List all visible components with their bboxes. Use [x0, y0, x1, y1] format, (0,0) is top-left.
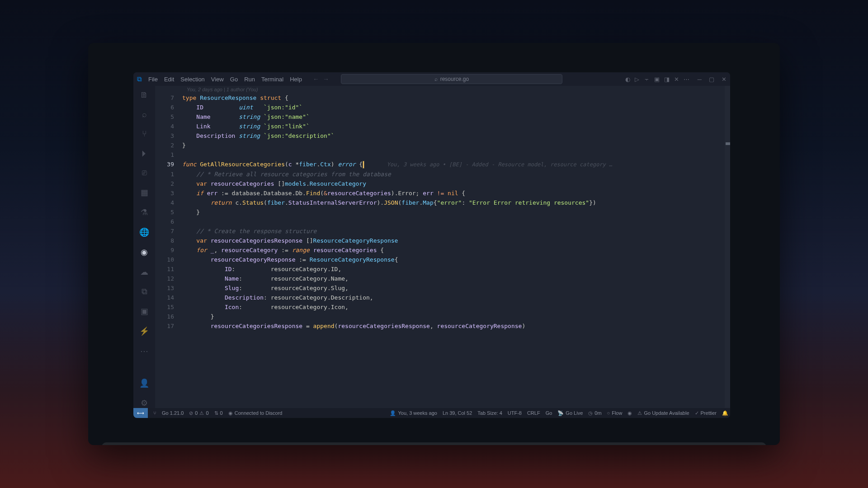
extensions-icon[interactable]: ▦: [141, 188, 148, 197]
graph-icon[interactable]: ⧉: [142, 287, 147, 296]
copilot-icon[interactable]: ◉: [141, 247, 148, 257]
more-icon[interactable]: ⋯: [684, 76, 689, 83]
globe-icon[interactable]: 🌐: [139, 227, 149, 237]
line-number: 39: [155, 160, 182, 169]
close-icon[interactable]: ✕: [722, 76, 726, 83]
testing-icon[interactable]: ⚗: [141, 207, 148, 217]
line-number: 11: [155, 264, 182, 274]
code-line[interactable]: 17 resourceCategoriesResponse = append(r…: [155, 321, 730, 331]
bolt-icon[interactable]: ⚡: [139, 326, 149, 336]
line-number: 16: [155, 312, 182, 321]
code-line[interactable]: 16 }: [155, 312, 730, 321]
menu-edit[interactable]: Edit: [164, 76, 174, 83]
cloud-icon[interactable]: ☁: [140, 267, 148, 277]
code-line[interactable]: 3 if err := database.Database.Db.Find(&r…: [155, 188, 730, 198]
minimize-icon[interactable]: ─: [698, 76, 702, 83]
debug-icon[interactable]: ⏵: [140, 149, 148, 158]
settings-icon[interactable]: ⚙: [141, 398, 148, 408]
code-line[interactable]: 9 for _, resourceCategory := range resou…: [155, 245, 730, 255]
code-line[interactable]: 39func GetAllResourceCategories(c *fiber…: [155, 160, 730, 169]
toggle-icon[interactable]: ◐: [625, 76, 630, 83]
code-line[interactable]: 2}: [155, 141, 730, 150]
explorer-icon[interactable]: 🗎: [140, 90, 148, 100]
go-update[interactable]: ⚠Go Update Available: [637, 410, 689, 416]
code-area[interactable]: 7type ResourceResponse struct {6 ID uint…: [155, 93, 730, 408]
stack-shadow-1: [102, 442, 766, 445]
forward-icon[interactable]: →: [323, 75, 329, 83]
encoding[interactable]: UTF-8: [508, 410, 522, 416]
code-line[interactable]: 11 ID: resourceCategory.ID,: [155, 264, 730, 274]
layout-icon[interactable]: ◨: [664, 76, 670, 83]
code-line[interactable]: 13 Slug: resourceCategory.Slug,: [155, 283, 730, 293]
close-panel-icon[interactable]: ✕: [674, 76, 679, 83]
account-icon[interactable]: 👤: [139, 378, 149, 388]
panel-icon[interactable]: ▣: [654, 76, 660, 83]
line-number: 10: [155, 255, 182, 264]
code-line[interactable]: 1: [155, 150, 730, 160]
line-number: 6: [155, 217, 182, 226]
workbench-body: 🗎 ⌕ ⑂ ⏵ ⎚ ▦ ⚗ 🌐 ◉ ☁ ⧉ ▣ ⚡ ⋯ 👤 ⚙ You, 2 d…: [133, 86, 730, 408]
code-line[interactable]: 10 resourceCategoryResponse := ResourceC…: [155, 255, 730, 264]
problems[interactable]: ⊘0 ⚠0: [189, 410, 208, 416]
menu-help[interactable]: Help: [290, 76, 302, 83]
code-line[interactable]: 3 Description string `json:"description"…: [155, 131, 730, 141]
code-line[interactable]: 8 var resourceCategoriesResponse []Resou…: [155, 236, 730, 245]
cursor-pos[interactable]: Ln 39, Col 52: [443, 410, 472, 416]
line-number: 3: [155, 188, 182, 198]
menu-go[interactable]: Go: [230, 76, 238, 83]
copilot-status[interactable]: ◉: [627, 410, 632, 416]
inline-blame: You, 3 weeks ago • [BE] - Added - Resour…: [364, 161, 612, 168]
overflow-icon[interactable]: ⋯: [140, 346, 148, 356]
code-line[interactable]: 4 return c.Status(fiber.StatusInternalSe…: [155, 198, 730, 207]
language-mode[interactable]: Go: [546, 410, 552, 416]
code-line[interactable]: 7type ResourceResponse struct {: [155, 93, 730, 103]
editor[interactable]: You, 2 days ago | 1 author (You) 7type R…: [155, 86, 730, 408]
box-icon[interactable]: ▣: [141, 306, 148, 316]
play-icon[interactable]: ▷: [635, 76, 639, 83]
back-icon[interactable]: ←: [313, 75, 319, 83]
discord-status[interactable]: ◉Connected to Discord: [228, 410, 283, 416]
go-live[interactable]: 📡Go Live: [557, 410, 583, 416]
code-line[interactable]: 5 Name string `json:"name"`: [155, 112, 730, 122]
line-number: 14: [155, 293, 182, 302]
flow[interactable]: ○Flow: [607, 410, 623, 416]
menu-terminal[interactable]: Terminal: [261, 76, 283, 83]
code-line[interactable]: 6 ID uint `json:"id"`: [155, 103, 730, 112]
split-icon[interactable]: ⫟: [644, 76, 650, 83]
minimap[interactable]: [725, 86, 730, 408]
remote-indicator[interactable]: ⟷: [133, 408, 148, 418]
menu-file[interactable]: File: [148, 76, 158, 83]
remote-icon[interactable]: ⎚: [142, 168, 147, 178]
source-control-icon[interactable]: ⑂: [142, 129, 147, 139]
code-line[interactable]: 5 }: [155, 207, 730, 217]
menu-selection[interactable]: Selection: [180, 76, 204, 83]
line-number: 4: [155, 198, 182, 207]
command-center[interactable]: ⌕ resource.go: [341, 74, 562, 84]
branch-indicator[interactable]: ⑂: [153, 410, 156, 416]
blame-status[interactable]: 👤You, 3 weeks ago: [390, 410, 437, 416]
code-line[interactable]: 2 var resourceCategories []models.Resour…: [155, 179, 730, 188]
menu-view[interactable]: View: [211, 76, 224, 83]
tab-size[interactable]: Tab Size: 4: [477, 410, 502, 416]
branch-icon: ⑂: [153, 410, 156, 416]
prettier[interactable]: ✓Prettier: [695, 410, 717, 416]
eol[interactable]: CRLF: [527, 410, 540, 416]
code-line[interactable]: 1 // * Retrieve all resource categories …: [155, 169, 730, 179]
time-tracking[interactable]: ◷0m: [588, 410, 601, 416]
code-line[interactable]: 4 Link string `json:"link"`: [155, 122, 730, 131]
search-icon[interactable]: ⌕: [142, 110, 147, 119]
line-number: 9: [155, 245, 182, 255]
flow-icon: ○: [607, 410, 610, 416]
code-line[interactable]: 7 // * Create the response structure: [155, 226, 730, 236]
code-line[interactable]: 12 Name: resourceCategory.Name,: [155, 274, 730, 283]
code-line[interactable]: 6: [155, 217, 730, 226]
blame-header: You, 2 days ago | 1 author (You): [155, 86, 730, 93]
line-number: 8: [155, 236, 182, 245]
code-line[interactable]: 15 Icon: resourceCategory.Icon,: [155, 302, 730, 312]
ports[interactable]: ⇅0: [214, 410, 223, 416]
code-line[interactable]: 14 Description: resourceCategory.Descrip…: [155, 293, 730, 302]
go-version[interactable]: Go 1.21.0: [162, 410, 184, 416]
maximize-icon[interactable]: ▢: [709, 76, 714, 83]
bell-icon[interactable]: 🔔: [722, 410, 728, 416]
menu-run[interactable]: Run: [244, 76, 255, 83]
